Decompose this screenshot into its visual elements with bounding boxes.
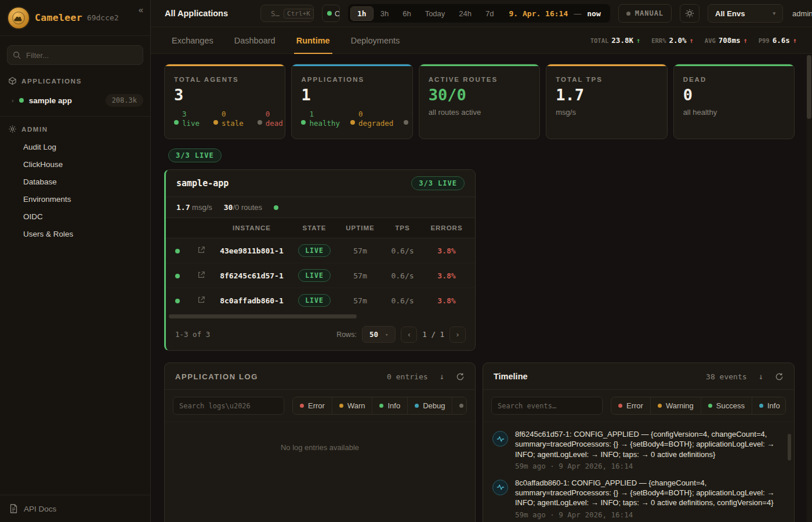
brand-version: 69dcce2 xyxy=(87,13,119,22)
dead-dot xyxy=(258,120,262,125)
refresh-icon[interactable] xyxy=(775,372,784,381)
theme-toggle-button[interactable] xyxy=(680,4,699,23)
card-total-agents: TOTAL AGENTS 3 3live 0stale 0dead xyxy=(164,64,285,139)
sidebar-item-api-docs[interactable]: API Docs xyxy=(0,495,150,522)
log-panel-title: APPLICATION LOG xyxy=(175,372,258,381)
tab-dashboard[interactable]: Dashboard xyxy=(234,27,276,54)
range-today[interactable]: Today xyxy=(418,6,452,21)
app-count-badge: 208.3k xyxy=(106,94,143,107)
scroll-to-bottom-icon[interactable]: ↓ xyxy=(440,372,444,381)
timeline-filters: Error Warning Success Info xyxy=(611,397,786,415)
sidebar-item-oidc[interactable]: OIDC xyxy=(0,208,150,225)
filter-trace[interactable]: Trace xyxy=(452,397,467,414)
manual-refresh-toggle[interactable]: MANUAL xyxy=(618,4,672,23)
horizontal-scrollbar[interactable] xyxy=(169,314,472,319)
scroll-to-bottom-icon[interactable]: ↓ xyxy=(759,372,763,381)
sidebar-item-database[interactable]: Database xyxy=(0,173,150,190)
sidebar-filter xyxy=(7,45,143,65)
debug-dot xyxy=(415,404,419,408)
range-1h[interactable]: 1h xyxy=(350,6,374,21)
range-end-now[interactable]: now xyxy=(582,9,607,18)
chevron-right-icon[interactable]: › xyxy=(12,97,14,104)
main-area: All Applications S… Ctrl+K O 1h 3h 6h To… xyxy=(151,0,812,522)
application-card-header: sample-app 3/3 LIVE xyxy=(166,170,475,197)
prev-page-button[interactable]: ‹ xyxy=(401,327,417,343)
timeline-event[interactable]: 8f6245c61d57-1: CONFIG_APPLIED — {config… xyxy=(492,429,779,470)
instance-row[interactable]: 8f6245c61d57-1 LIVE 57m 0.6/s 3.8% 5 xyxy=(166,263,475,288)
log-search-input[interactable] xyxy=(173,397,284,415)
filter-error[interactable]: Error xyxy=(293,397,332,414)
range-6h[interactable]: 6h xyxy=(396,6,418,21)
external-link-icon[interactable] xyxy=(197,246,205,254)
rows-per-page-select[interactable]: 50 ▾ xyxy=(362,326,396,343)
trend-up-icon: ↑ xyxy=(690,37,694,45)
rows-per-page-label: Rows: xyxy=(336,331,357,339)
error-dot xyxy=(618,404,622,408)
sidebar-item-clickhouse[interactable]: ClickHouse xyxy=(0,155,150,173)
sidebar-filter-input[interactable] xyxy=(7,45,143,65)
range-7d[interactable]: 7d xyxy=(478,6,501,21)
log-toolbar: Error Warn Info Debug Trace xyxy=(165,390,475,422)
log-empty-state: No log entries available xyxy=(165,422,475,452)
sidebar-item-environments[interactable]: Environments xyxy=(0,190,150,208)
sidebar-item-sample-app[interactable]: › sample app 208.3k xyxy=(0,90,150,111)
tab-exchanges[interactable]: Exchanges xyxy=(172,27,213,54)
application-name[interactable]: sample-app xyxy=(176,178,229,188)
metric-err-pct: ERR% 2.0% ↑ xyxy=(651,36,694,45)
filter-debug[interactable]: Debug xyxy=(407,397,452,414)
tab-runtime[interactable]: Runtime xyxy=(296,27,330,54)
environment-select[interactable]: All Envs ▾ xyxy=(708,4,783,23)
refresh-icon[interactable] xyxy=(456,372,465,381)
external-link-icon[interactable] xyxy=(197,296,205,304)
filter-warn[interactable]: Warn xyxy=(332,397,372,414)
healthy-dot xyxy=(301,120,306,125)
live-filter-badge[interactable]: 3/3 LIVE xyxy=(168,148,222,162)
warning-dot xyxy=(658,404,662,408)
instance-row[interactable]: 43ee9811b801-1 LIVE 57m 0.6/s 3.8% 2 xyxy=(166,238,475,263)
runtime-content: TOTAL AGENTS 3 3live 0stale 0dead APPLIC… xyxy=(151,54,812,522)
instance-table-header: INSTANCE STATE UPTIME TPS ERRORS H xyxy=(166,218,475,238)
metric-avg: AVG 708ms ↑ xyxy=(705,36,748,45)
timeline-scrollbar[interactable] xyxy=(788,434,791,522)
sidebar-collapse-icon[interactable]: « xyxy=(139,5,143,14)
error-dot xyxy=(300,404,304,408)
online-status-label: O xyxy=(335,9,340,18)
range-start-datetime[interactable]: 9. Apr. 16:14 xyxy=(501,9,573,18)
sidebar-item-audit-log[interactable]: Audit Log xyxy=(0,138,150,155)
online-status-button[interactable]: O xyxy=(322,5,340,22)
main-scrollbar[interactable] xyxy=(807,55,811,522)
trend-up-icon: ↑ xyxy=(636,37,640,45)
filter-info[interactable]: Info xyxy=(752,397,786,414)
filter-warning[interactable]: Warning xyxy=(650,397,701,414)
horizontal-scrollbar-thumb[interactable] xyxy=(169,314,357,318)
metric-total: TOTAL 23.8K ↑ xyxy=(590,36,640,45)
state-badge: LIVE xyxy=(298,269,331,282)
application-card: sample-app 3/3 LIVE 1.7 msg/s 30/0 route… xyxy=(164,169,476,351)
sidebar-header: Cameleer 69dcce2 « xyxy=(0,0,150,36)
filter-error[interactable]: Error xyxy=(611,397,650,414)
filter-success[interactable]: Success xyxy=(701,397,752,414)
global-search-button[interactable]: S… Ctrl+K xyxy=(260,5,314,22)
external-link-icon[interactable] xyxy=(197,271,205,279)
manual-status-dot xyxy=(626,12,630,16)
timeline-title: Timeline xyxy=(494,372,528,381)
range-3h[interactable]: 3h xyxy=(374,6,396,21)
range-24h[interactable]: 24h xyxy=(452,6,478,21)
agents-breakdown: 3live 0stale 0dead xyxy=(174,110,276,128)
tab-deployments[interactable]: Deployments xyxy=(351,27,400,54)
timeline-search-input[interactable] xyxy=(491,397,603,415)
timeline-event[interactable]: 8c0affadb860-1: CONFIG_APPLIED — {change… xyxy=(492,478,779,519)
sidebar-item-users-roles[interactable]: Users & Roles xyxy=(0,225,150,242)
timeline-scrollbar-thumb[interactable] xyxy=(788,434,791,461)
search-placeholder-text: S… xyxy=(271,9,280,18)
range-dash: — xyxy=(572,9,582,18)
instance-row[interactable]: 8c0affadb860-1 LIVE 57m 0.6/s 3.8% 5 xyxy=(166,288,475,313)
app-health-dot xyxy=(274,205,278,210)
next-page-button[interactable]: › xyxy=(449,327,466,343)
trend-up-icon: ↑ xyxy=(793,37,797,45)
timeline-panel-header: Timeline 38 events ↓ xyxy=(483,363,794,390)
pulse-icon xyxy=(492,480,508,495)
main-scrollbar-thumb[interactable] xyxy=(807,55,811,119)
filter-info[interactable]: Info xyxy=(372,397,407,414)
sun-icon xyxy=(685,9,694,18)
